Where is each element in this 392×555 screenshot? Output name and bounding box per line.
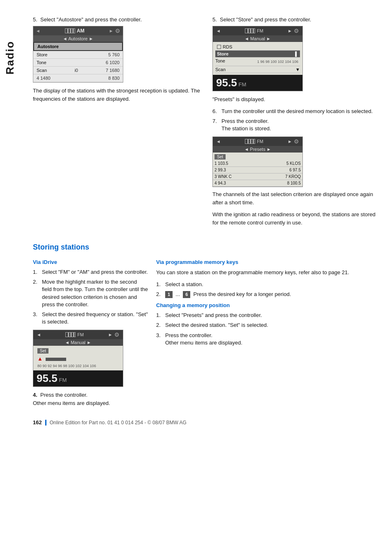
- storing-left: Via iDrive 1. Select "FM" or "AM" and pr…: [33, 257, 148, 411]
- changing-step-1: 1. Select "Presets" and press the contro…: [156, 312, 380, 319]
- fm-manual-cursor-row: ▲: [36, 354, 120, 363]
- presets-left-arrow: ◄: [216, 139, 221, 144]
- am-radio-screen: ◄ ▐▐▐ AM ► ⚙ ◄ Autostore ►: [33, 26, 123, 83]
- fm-manual-slider: 80 90 92 94 96 98 100 102 104 106: [36, 363, 120, 369]
- storing-right: Via programmable memory keys You can sto…: [156, 257, 380, 411]
- fm-manual-signal: ▐▐▐: [65, 332, 76, 337]
- presets-settings-icon: ⚙: [294, 138, 299, 145]
- page-footer: 162 Online Edition for Part no. 01 41 0 …: [33, 411, 380, 430]
- changing-memory-heading: Changing a memory position: [156, 302, 380, 308]
- right-steps-6-7: 6. Turn the controller until the desired…: [212, 108, 380, 133]
- fm-manual-set-row: Set: [36, 347, 120, 354]
- presets-row-2: 2 99.3 6 97.5: [213, 167, 302, 173]
- memory-body: You can store a station on the programma…: [156, 268, 380, 277]
- idrive-steps: 1. Select "FM" or "AM" and press the con…: [33, 268, 148, 326]
- storing-two-col: Via iDrive 1. Select "FM" or "AM" and pr…: [33, 257, 380, 411]
- fm-manual-freq-display: 95.5 FM: [33, 370, 123, 386]
- fm-store-content: RDS Store ▌ Tone 1 96 98 100 102 104 106…: [213, 42, 302, 75]
- via-idrive-heading: Via iDrive: [33, 259, 148, 265]
- am-mode-text: AM: [77, 28, 85, 34]
- footer-text: Online Edition for Part no. 01 41 0 014 …: [45, 420, 187, 426]
- fm-store-right-arrow: ►: [288, 28, 292, 33]
- am-menu-autostore: Autostore: [33, 42, 123, 51]
- step-7: 7. Press the controller. The station is …: [212, 118, 380, 132]
- presets-row-4: 4 94.3 8 100.5: [213, 180, 302, 187]
- am-signal-icon: ▐▐▐: [65, 28, 75, 33]
- top-two-col: 5. Select "Autostore" and press the cont…: [33, 16, 380, 231]
- storing-stations-section: Storing stations Via iDrive 1. Select "F…: [33, 239, 380, 411]
- fm-manual-right-arrow: ►: [108, 332, 113, 337]
- fm-store-freq-display: 95.5 FM: [213, 75, 302, 91]
- fm-store-menu-scan: Scan ▼: [215, 66, 300, 73]
- left-col: 5. Select "Autostore" and press the cont…: [33, 16, 200, 231]
- am-left-arrow: ◄: [36, 28, 40, 33]
- sidebar-radio-label: Radio: [0, 25, 20, 90]
- changing-step-2: 2. Select the desired station. "Set" is …: [156, 321, 380, 329]
- presets-top-bar: ◄ ▐▐▐ FM ► ⚙: [213, 137, 302, 146]
- presets-screen: ◄ ▐▐▐ FM ► ⚙ ◄ Presets ► Set: [212, 136, 303, 187]
- right-col: 5. Select "Store" and press the controll…: [212, 16, 380, 231]
- fm-manual-left-arrow: ◄: [37, 332, 41, 337]
- storing-heading: Storing stations: [33, 243, 380, 252]
- fm-store-menu-store: Store ▌: [215, 51, 300, 58]
- right-step-label: 5. Select "Store" and press the controll…: [212, 16, 380, 23]
- presets-signal: ▐▐▐: [245, 139, 255, 144]
- presets-row-1: 1 103.5 5 KLOS: [213, 160, 302, 167]
- key-badge-6: 6: [183, 291, 190, 298]
- am-menu-scan: Scan i0 7 1680: [33, 67, 123, 74]
- rds-checkbox: [217, 45, 221, 49]
- fm-manual-content: Set ▲ 80 90 92 94 96 98 100 102 104 106: [33, 346, 123, 370]
- idrive-step-3: 3. Select the desired frequency or stati…: [33, 311, 148, 326]
- am-menu-row5: 4 1480 8 830: [33, 74, 123, 82]
- idrive-step4: 4. Press the controller. Other menu item…: [33, 391, 148, 407]
- memory-step-2: 2. 1 ... 6 Press the desired key for a l…: [156, 291, 380, 298]
- am-menu-list: Autostore Store 5 760 Tone 6 1020 Scan: [33, 42, 123, 82]
- changing-steps: 1. Select "Presets" and press the contro…: [156, 312, 380, 347]
- left-step-label: 5. Select "Autostore" and press the cont…: [33, 16, 200, 23]
- key-badge-1: 1: [165, 291, 173, 298]
- memory-steps: 1. Select a station. 2. 1 ... 6 Press th…: [156, 281, 380, 298]
- changing-step-3: 3. Press the controller. Other menu item…: [156, 332, 380, 347]
- presets-set-btn-row: Set: [213, 153, 302, 160]
- right-body2: The channels of the last selection crite…: [212, 190, 380, 206]
- presets-row-3: 3 WNK C 7 KROQ: [213, 173, 302, 180]
- fm-manual-top-bar: ◄ ▐▐▐ FM ► ⚙: [33, 330, 123, 339]
- fm-store-settings-icon: ⚙: [294, 28, 299, 34]
- fm-manual-set-btn: Set: [37, 348, 48, 354]
- fm-manual-settings-icon: ⚙: [114, 331, 120, 338]
- fm-store-freq-num: 95.5: [216, 76, 237, 89]
- fm-store-left-arrow: ◄: [216, 28, 221, 33]
- fm-store-sub-bar: ◄ Manual ►: [213, 35, 302, 42]
- presets-right-arrow: ►: [288, 139, 292, 144]
- fm-manual-sub-bar: ◄ Manual ►: [33, 339, 123, 346]
- right-body3: With the ignition at radio readiness or …: [212, 210, 380, 227]
- fm-manual-bar: [46, 358, 66, 361]
- step-6: 6. Turn the controller until the desired…: [212, 108, 380, 115]
- rds-label: RDS: [223, 44, 232, 49]
- am-sub-bar: ◄ Autostore ►: [33, 35, 123, 42]
- fm-store-signal: ▐▐▐: [245, 28, 255, 33]
- fm-manual-fm-tag: FM: [59, 377, 67, 383]
- am-right-arrow: ►: [109, 28, 113, 33]
- am-top-bar: ◄ ▐▐▐ AM ► ⚙: [33, 26, 123, 35]
- fm-manual-cursor: ▲: [37, 356, 43, 362]
- fm-manual-screen: ◄ ▐▐▐ FM ► ⚙ ◄ Manual ►: [33, 330, 123, 387]
- presets-set-btn: Set: [214, 154, 226, 160]
- fm-store-mode: FM: [257, 28, 263, 33]
- fm-store-menu-tone: Tone 1 96 98 100 102 104 106: [215, 58, 300, 66]
- fm-store-top-bar: ◄ ▐▐▐ FM ► ⚙: [213, 26, 302, 35]
- via-memory-heading: Via programmable memory keys: [156, 259, 380, 265]
- memory-step-1: 1. Select a station.: [156, 281, 380, 288]
- fm-manual-mode: FM: [77, 332, 84, 337]
- rds-row: RDS: [215, 44, 300, 51]
- page-number: 162: [33, 419, 42, 426]
- presets-mode: FM: [257, 139, 263, 144]
- am-menu-tone: Tone 6 1020: [33, 59, 123, 67]
- presets-sub-bar: ◄ Presets ►: [213, 146, 302, 153]
- right-presets-displayed: "Presets" is displayed.: [212, 95, 380, 104]
- am-settings-icon: ⚙: [115, 28, 120, 34]
- left-body-text: The display of the stations with the str…: [33, 87, 200, 103]
- fm-store-fm-tag: FM: [239, 81, 247, 88]
- idrive-step-1: 1. Select "FM" or "AM" and press the con…: [33, 268, 148, 276]
- fm-manual-freq-num: 95.5: [37, 372, 58, 385]
